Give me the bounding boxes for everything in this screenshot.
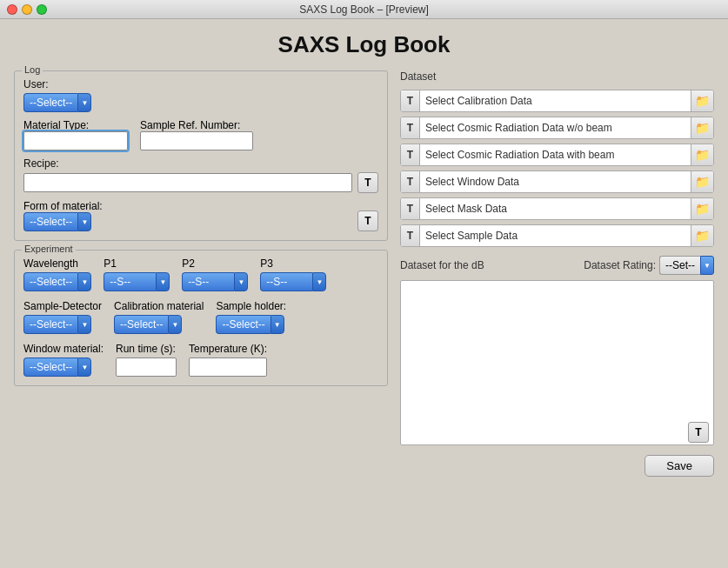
p2-value[interactable]: --S-- (182, 272, 234, 291)
form-material-arrow-icon[interactable]: ▼ (77, 212, 91, 231)
window-material-select-wrap[interactable]: --Select-- ▼ (23, 358, 104, 377)
p2-label: P2 (182, 257, 248, 270)
dataset-folder-icon-mask[interactable]: 📁 (691, 198, 713, 219)
dataset-t-button-cosmic-with-beam[interactable]: T (401, 144, 420, 165)
dataset-for-db-label: Dataset for the dB (400, 259, 484, 271)
rating-select-arrow-icon[interactable]: ▼ (700, 256, 714, 275)
p3-select-wrap[interactable]: --S-- ▼ (260, 272, 326, 291)
window-row: Window material: --Select-- ▼ Run time (… (23, 343, 378, 377)
rating-select-wrap[interactable]: --Set-- ▼ (659, 256, 714, 275)
dataset-row-mask: TSelect Mask Data📁 (400, 197, 714, 220)
dataset-t-button-window[interactable]: T (401, 171, 420, 192)
material-type-group: Material Type: (23, 119, 128, 150)
dataset-rows: TSelect Calibration Data📁TSelect Cosmic … (400, 90, 714, 247)
sample-detector-select-wrap[interactable]: --Select-- ▼ (23, 315, 102, 334)
dataset-t-button-cosmic-wo-beam[interactable]: T (401, 117, 420, 138)
dataset-folder-icon-calibration[interactable]: 📁 (691, 90, 713, 111)
dataset-t-button-sample[interactable]: T (401, 225, 420, 246)
dataset-text-calibration: Select Calibration Data (420, 95, 691, 107)
calibration-material-group: Calibration material --Select-- ▼ (114, 300, 204, 334)
window-material-label: Window material: (23, 343, 104, 355)
right-panel: Dataset TSelect Calibration Data📁TSelect… (400, 70, 714, 477)
form-material-t-button[interactable]: T (357, 210, 378, 231)
rating-group: Dataset Rating: --Set-- ▼ (584, 256, 714, 275)
p3-group: P3 --S-- ▼ (260, 257, 326, 291)
user-select-wrap[interactable]: --Select-- ▼ (23, 93, 91, 112)
dataset-row-calibration: TSelect Calibration Data📁 (400, 90, 714, 112)
maximize-button[interactable] (37, 4, 47, 15)
dataset-folder-icon-sample[interactable]: 📁 (691, 225, 713, 246)
sample-holder-label: Sample holder: (216, 300, 286, 312)
calibration-material-value[interactable]: --Select-- (114, 315, 168, 334)
run-time-label: Run time (s): (116, 343, 177, 355)
sample-ref-group: Sample Ref. Number: (140, 119, 253, 150)
detector-row: Sample-Detector --Select-- ▼ Calibration… (23, 300, 378, 334)
p1-group: P1 --S-- ▼ (104, 257, 170, 291)
textarea-t-button[interactable]: T (688, 422, 709, 443)
form-material-value[interactable]: --Select-- (23, 212, 77, 231)
p3-label: P3 (260, 257, 326, 270)
wavelength-select-wrap[interactable]: --Select-- ▼ (23, 272, 91, 291)
p3-value[interactable]: --S-- (260, 272, 312, 291)
log-section-label: Log (22, 64, 43, 75)
rating-select-value[interactable]: --Set-- (659, 256, 700, 275)
temperature-input[interactable] (189, 358, 267, 377)
p1-select-wrap[interactable]: --S-- ▼ (104, 272, 170, 291)
dataset-t-button-mask[interactable]: T (401, 198, 420, 219)
window-controls[interactable] (7, 4, 47, 15)
close-button[interactable] (7, 4, 17, 15)
p2-arrow-icon[interactable]: ▼ (234, 272, 248, 291)
material-type-input[interactable] (23, 131, 128, 150)
p3-arrow-icon[interactable]: ▼ (312, 272, 326, 291)
dataset-t-button-calibration[interactable]: T (401, 90, 420, 111)
wavelength-row: Wavelength --Select-- ▼ P1 --S-- ▼ (23, 257, 378, 291)
window-body: SAXS Log Book Log User: --Select-- ▼ Mat… (0, 19, 728, 568)
sample-detector-arrow-icon[interactable]: ▼ (77, 315, 91, 334)
user-select-value[interactable]: --Select-- (23, 93, 77, 112)
recipe-group: Recipe: T (23, 157, 378, 193)
calibration-material-arrow-icon[interactable]: ▼ (168, 315, 182, 334)
dataset-text-cosmic-wo-beam: Select Cosmic Radiation Data w/o beam (420, 122, 691, 134)
wavelength-label: Wavelength (23, 257, 91, 270)
form-material-label: Form of material: (23, 200, 103, 212)
dataset-folder-icon-cosmic-with-beam[interactable]: 📁 (691, 144, 713, 165)
calibration-material-select-wrap[interactable]: --Select-- ▼ (114, 315, 204, 334)
dataset-text-mask: Select Mask Data (420, 203, 691, 215)
recipe-label: Recipe: (23, 157, 378, 170)
sample-holder-value[interactable]: --Select-- (216, 315, 270, 334)
sample-holder-select-wrap[interactable]: --Select-- ▼ (216, 315, 286, 334)
window-material-value[interactable]: --Select-- (23, 358, 77, 377)
sample-detector-value[interactable]: --Select-- (23, 315, 77, 334)
sample-ref-label: Sample Ref. Number: (140, 119, 253, 131)
rating-label: Dataset Rating: (584, 259, 656, 271)
left-panel: Log User: --Select-- ▼ Material Type: Sa… (14, 70, 388, 477)
sample-detector-label: Sample-Detector (23, 300, 102, 312)
recipe-t-button[interactable]: T (357, 172, 378, 193)
dataset-text-cosmic-with-beam: Select Cosmic Radiation Data with beam (420, 149, 691, 161)
title-bar: SAXS Log Book – [Preview] (0, 0, 728, 19)
main-layout: Log User: --Select-- ▼ Material Type: Sa… (14, 70, 714, 477)
recipe-input[interactable] (23, 173, 352, 192)
app-title: SAXS Log Book (14, 31, 714, 58)
sample-holder-arrow-icon[interactable]: ▼ (270, 315, 284, 334)
wavelength-value[interactable]: --Select-- (23, 272, 77, 291)
dataset-folder-icon-cosmic-wo-beam[interactable]: 📁 (691, 117, 713, 138)
dataset-bottom-row: Dataset for the dB Dataset Rating: --Set… (400, 256, 714, 275)
dataset-textarea[interactable] (400, 280, 714, 445)
window-material-arrow-icon[interactable]: ▼ (77, 358, 91, 377)
save-button[interactable]: Save (645, 455, 714, 477)
wavelength-arrow-icon[interactable]: ▼ (77, 272, 91, 291)
form-material-select-wrap[interactable]: --Select-- ▼ (23, 212, 103, 231)
p2-group: P2 --S-- ▼ (182, 257, 248, 291)
sample-ref-input[interactable] (140, 131, 253, 150)
user-group: User: --Select-- ▼ (23, 78, 378, 112)
experiment-section: Experiment Wavelength --Select-- ▼ P1 --… (14, 250, 388, 386)
minimize-button[interactable] (22, 4, 32, 15)
p1-value[interactable]: --S-- (104, 272, 156, 291)
p1-arrow-icon[interactable]: ▼ (156, 272, 170, 291)
dataset-row-window: TSelect Window Data📁 (400, 170, 714, 193)
p2-select-wrap[interactable]: --S-- ▼ (182, 272, 248, 291)
dataset-folder-icon-window[interactable]: 📁 (691, 171, 713, 192)
user-select-arrow-icon[interactable]: ▼ (77, 93, 91, 112)
run-time-input[interactable] (116, 358, 177, 377)
